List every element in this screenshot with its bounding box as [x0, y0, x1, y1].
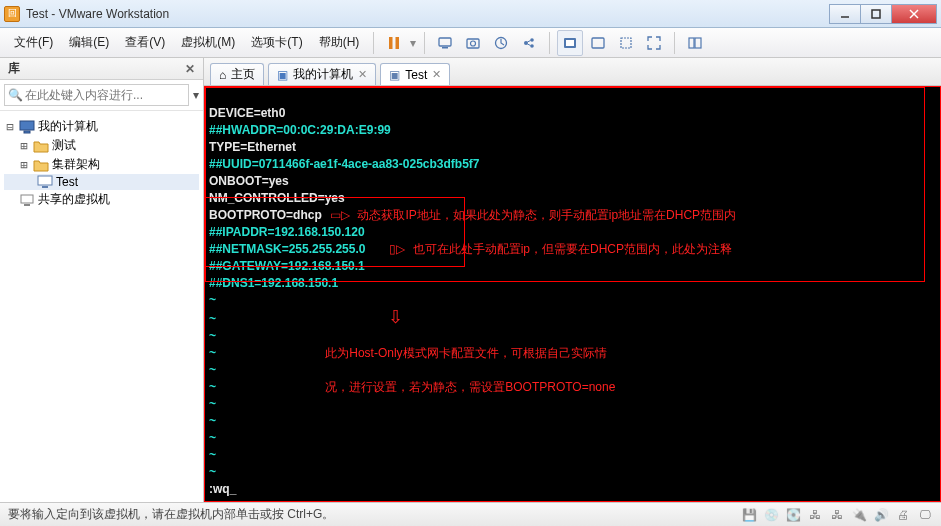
- pause-button[interactable]: [381, 30, 407, 56]
- tab-close-icon[interactable]: ✕: [432, 68, 441, 81]
- menu-edit[interactable]: 编辑(E): [61, 30, 117, 55]
- fit-guest-button[interactable]: [557, 30, 583, 56]
- snapshot-manager-button[interactable]: [488, 30, 514, 56]
- term-tilde: ~: [209, 363, 216, 377]
- terminal[interactable]: DEVICE=eth0 ##HWADDR=00:0C:29:DA:E9:99 T…: [204, 86, 941, 502]
- term-tilde: ~: [209, 431, 216, 445]
- term-line: ##GATEWAY=192.168.150.1: [209, 259, 365, 273]
- st-floppy-icon[interactable]: 💽: [785, 507, 801, 523]
- term-tilde: ~: [209, 380, 216, 394]
- tab-test[interactable]: ▣ Test ✕: [380, 63, 450, 85]
- vm-icon: [37, 175, 53, 189]
- svg-rect-24: [38, 176, 52, 185]
- svg-rect-25: [42, 186, 48, 188]
- sidebar: 库 ✕ 🔍 ▾ ⊟ 我的计算机 ⊞ 测试 ⊞ 集群架构: [0, 58, 204, 502]
- menu-file[interactable]: 文件(F): [6, 30, 61, 55]
- term-line: ##HWADDR=00:0C:29:DA:E9:99: [209, 123, 391, 137]
- library-toggle-button[interactable]: [682, 30, 708, 56]
- svg-point-13: [531, 44, 535, 48]
- term-line: ##DNS1=192.168.150.1: [209, 276, 338, 290]
- statusbar: 要将输入定向到该虚拟机，请在虚拟机内部单击或按 Ctrl+G。 💾 💿 💽 🖧 …: [0, 502, 941, 526]
- monitor-icon: ▣: [277, 68, 288, 82]
- window-title: Test - VMware Workstation: [26, 7, 830, 21]
- tree-root[interactable]: ⊟ 我的计算机: [4, 117, 199, 136]
- status-icons: 💾 💿 💽 🖧 🖧 🔌 🔊 🖨 🖵: [741, 507, 933, 523]
- st-usb-icon[interactable]: 🔌: [851, 507, 867, 523]
- search-icon: 🔍: [8, 88, 23, 102]
- term-line: DEVICE=eth0: [209, 106, 285, 120]
- maximize-button[interactable]: [860, 4, 892, 24]
- fullscreen-button[interactable]: [641, 30, 667, 56]
- svg-rect-22: [20, 121, 34, 130]
- home-icon: ⌂: [219, 68, 226, 82]
- svg-point-12: [531, 38, 535, 42]
- revert-button[interactable]: [516, 30, 542, 56]
- svg-rect-23: [24, 131, 30, 133]
- term-tilde: ~: [209, 293, 216, 307]
- unity-button[interactable]: [613, 30, 639, 56]
- sidebar-header: 库 ✕: [0, 58, 203, 80]
- st-display-icon[interactable]: 🖵: [917, 507, 933, 523]
- annotation-2: 也可在此处手动配置ip，但需要在DHCP范围内，此处为注释: [413, 242, 732, 256]
- menu-view[interactable]: 查看(V): [117, 30, 173, 55]
- expand-icon[interactable]: ⊞: [18, 158, 30, 172]
- term-line: BOOTPROTO=dhcp: [209, 208, 322, 222]
- svg-rect-5: [396, 37, 400, 49]
- svg-rect-18: [592, 38, 604, 48]
- svg-rect-8: [467, 39, 479, 48]
- menu-tabs[interactable]: 选项卡(T): [243, 30, 310, 55]
- tab-home[interactable]: ⌂ 主页: [210, 63, 264, 85]
- svg-line-15: [528, 44, 531, 46]
- term-tilde: ~: [209, 397, 216, 411]
- search-input[interactable]: [4, 84, 189, 106]
- down-arrow-icon: ⇩: [388, 307, 403, 327]
- term-line: TYPE=Ethernet: [209, 140, 296, 154]
- term-line: ##UUID=0711466f-ae1f-4ace-aa83-025cb3dfb…: [209, 157, 480, 171]
- close-button[interactable]: [891, 4, 937, 24]
- svg-rect-6: [439, 38, 451, 46]
- fit-window-button[interactable]: [585, 30, 611, 56]
- tree-vm-test[interactable]: Test: [4, 174, 199, 190]
- annotation-arrow: ▯▷: [389, 242, 405, 256]
- snapshot-button[interactable]: [460, 30, 486, 56]
- tab-close-icon[interactable]: ✕: [358, 68, 367, 81]
- tabstrip: ⌂ 主页 ▣ 我的计算机 ✕ ▣ Test ✕: [204, 58, 941, 86]
- sidebar-close-icon[interactable]: ✕: [185, 62, 195, 76]
- status-text: 要将输入定向到该虚拟机，请在虚拟机内部单击或按 Ctrl+G。: [8, 506, 334, 523]
- svg-rect-17: [566, 40, 574, 46]
- term-cmd: :wq_: [209, 482, 236, 496]
- tab-mycomputer[interactable]: ▣ 我的计算机 ✕: [268, 63, 376, 85]
- menu-help[interactable]: 帮助(H): [311, 30, 368, 55]
- st-cd-icon[interactable]: 💿: [763, 507, 779, 523]
- term-line: ##NETMASK=255.255.255.0: [209, 242, 365, 256]
- svg-rect-7: [442, 47, 448, 49]
- st-hdd-icon[interactable]: 💾: [741, 507, 757, 523]
- app-icon: 回: [4, 6, 20, 22]
- term-tilde: ~: [209, 414, 216, 428]
- term-tilde: ~: [209, 312, 216, 326]
- expand-icon[interactable]: ⊞: [18, 139, 30, 153]
- term-line: ONBOOT=yes: [209, 174, 289, 188]
- main-area: ⌂ 主页 ▣ 我的计算机 ✕ ▣ Test ✕ DEVICE=eth0 ##HW…: [204, 58, 941, 502]
- menu-vm[interactable]: 虚拟机(M): [173, 30, 243, 55]
- tree-folder-cluster[interactable]: ⊞ 集群架构: [4, 155, 199, 174]
- send-ctrl-alt-del-button[interactable]: [432, 30, 458, 56]
- st-net-icon[interactable]: 🖧: [807, 507, 823, 523]
- annotation-1: 动态获取IP地址，如果此处为静态，则手动配置ip地址需在DHCP范围内: [357, 208, 736, 222]
- minimize-button[interactable]: [829, 4, 861, 24]
- st-net2-icon[interactable]: 🖧: [829, 507, 845, 523]
- expand-icon[interactable]: ⊟: [4, 120, 16, 134]
- svg-rect-20: [689, 38, 694, 48]
- tree-folder-test[interactable]: ⊞ 测试: [4, 136, 199, 155]
- svg-rect-4: [389, 37, 393, 49]
- svg-rect-26: [21, 195, 33, 203]
- st-printer-icon[interactable]: 🖨: [895, 507, 911, 523]
- annotation-arrow: ▭▷: [330, 208, 350, 222]
- svg-rect-1: [872, 10, 880, 18]
- term-line: NM_CONTROLLED=yes: [209, 191, 345, 205]
- search-dropdown-icon[interactable]: ▾: [193, 88, 199, 102]
- tree-shared[interactable]: 共享的虚拟机: [4, 190, 199, 209]
- svg-rect-21: [695, 38, 701, 48]
- annotation-3a: 此为Host-Only模式网卡配置文件，可根据自己实际情: [325, 346, 606, 360]
- st-sound-icon[interactable]: 🔊: [873, 507, 889, 523]
